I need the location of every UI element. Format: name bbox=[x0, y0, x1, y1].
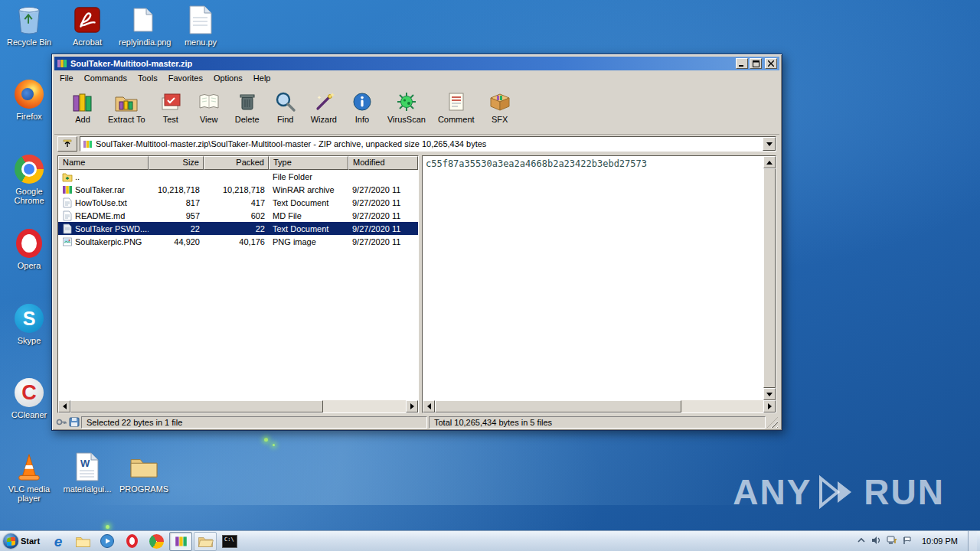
disk-icon[interactable] bbox=[69, 417, 80, 429]
taskbar-icon-media-player[interactable] bbox=[96, 532, 119, 551]
file-row-parent[interactable]: .. File Folder bbox=[58, 170, 418, 183]
menu-item-file[interactable]: File bbox=[54, 71, 79, 85]
desktop-icon-ccleaner[interactable]: C CCleaner bbox=[5, 377, 54, 419]
volume-icon[interactable] bbox=[871, 536, 881, 546]
wizard-icon bbox=[311, 89, 337, 115]
desktop-icon-materialgui[interactable]: W materialgui... bbox=[63, 451, 112, 494]
scroll-thumb[interactable] bbox=[763, 168, 776, 388]
toolbar-comment-button[interactable]: Comment bbox=[432, 87, 481, 124]
svg-text:W: W bbox=[80, 458, 90, 469]
toolbar-virusscan-button[interactable]: VirusScan bbox=[381, 87, 432, 124]
maximize-button[interactable] bbox=[750, 58, 762, 69]
image-file-icon bbox=[119, 4, 168, 36]
scroll-track[interactable] bbox=[70, 400, 406, 412]
menu-bar: File Commands Tools Favorites Options He… bbox=[54, 70, 779, 86]
taskbar-icon-folder-window[interactable] bbox=[194, 532, 217, 551]
toolbar-info-button[interactable]: Info bbox=[343, 87, 381, 124]
show-desktop-button[interactable] bbox=[968, 531, 977, 551]
toolbar: Add Extract To Test View Delete Find bbox=[54, 86, 779, 135]
toolbar-test-button[interactable]: Test bbox=[152, 87, 190, 124]
file-row-soultaker-pswd-selected[interactable]: SoulTaker PSWD.... 22 22 Text Document 9… bbox=[58, 222, 418, 235]
file-row-howtouse-txt[interactable]: HowToUse.txt 817 417 Text Document 9/27/… bbox=[58, 196, 418, 209]
comment-panel: c55f87a35530a3ea2a4668b2a23422b3ebd27573 bbox=[422, 155, 776, 413]
menu-item-favorites[interactable]: Favorites bbox=[163, 71, 208, 85]
start-orb-icon bbox=[3, 533, 18, 549]
file-row-soultakerpic-png[interactable]: Soultakerpic.PNG 44,920 40,176 PNG image… bbox=[58, 235, 418, 248]
column-header-modified[interactable]: Modified bbox=[348, 156, 418, 170]
scroll-thumb[interactable] bbox=[435, 400, 681, 412]
vlc-icon bbox=[5, 451, 54, 483]
up-one-level-button[interactable] bbox=[57, 136, 77, 152]
scroll-right-button[interactable] bbox=[406, 400, 418, 412]
comment-vscrollbar[interactable] bbox=[763, 156, 776, 400]
file-row-soultaker-rar[interactable]: SoulTaker.rar 10,218,718 10,218,718 WinR… bbox=[58, 183, 418, 196]
sfx-icon bbox=[487, 89, 513, 115]
desktop-icon-menu-py[interactable]: menu.py bbox=[176, 4, 225, 47]
start-button[interactable]: Start bbox=[0, 531, 46, 551]
menu-item-help[interactable]: Help bbox=[248, 71, 276, 85]
desktop-icon-acrobat[interactable]: Acrobat bbox=[63, 4, 112, 47]
toolbar-wizard-button[interactable]: Wizard bbox=[305, 87, 343, 124]
taskbar-icon-explorer[interactable] bbox=[71, 532, 94, 551]
firefox-icon bbox=[5, 78, 54, 110]
file-list-hscrollbar[interactable] bbox=[58, 400, 418, 412]
desktop-icon-opera[interactable]: Opera bbox=[5, 227, 54, 270]
network-icon[interactable] bbox=[887, 536, 897, 546]
scroll-thumb[interactable] bbox=[70, 400, 323, 412]
column-header-packed[interactable]: Packed bbox=[204, 156, 269, 170]
status-selected: Selected 22 bytes in 1 file bbox=[81, 416, 427, 429]
address-text: SoulTaker-Multitool-master.zip\SoulTaker… bbox=[96, 139, 763, 148]
column-header-name[interactable]: Name bbox=[58, 156, 149, 170]
chrome-icon bbox=[149, 534, 164, 549]
scroll-up-button[interactable] bbox=[763, 156, 776, 168]
scroll-left-button[interactable] bbox=[423, 400, 435, 412]
delete-icon bbox=[234, 89, 260, 115]
desktop-icon-firefox[interactable]: Firefox bbox=[5, 78, 54, 121]
desktop-icon-google-chrome[interactable]: Google Chrome bbox=[5, 153, 54, 205]
scroll-track[interactable] bbox=[435, 400, 763, 412]
minimize-button[interactable] bbox=[736, 58, 748, 69]
menu-item-tools[interactable]: Tools bbox=[132, 71, 163, 85]
scroll-right-button[interactable] bbox=[763, 400, 776, 412]
toolbar-sfx-button[interactable]: SFX bbox=[481, 87, 519, 124]
taskbar-icon-opera[interactable] bbox=[120, 532, 143, 551]
taskbar-icon-cmd[interactable]: C:\ bbox=[218, 532, 241, 551]
desktop-icon-replyindia-png[interactable]: replyindia.png bbox=[119, 4, 168, 47]
toolbar-add-button[interactable]: Add bbox=[64, 87, 102, 124]
taskbar-icon-internet-explorer[interactable]: e bbox=[47, 532, 70, 551]
address-combobox[interactable]: SoulTaker-Multitool-master.zip\SoulTaker… bbox=[80, 136, 776, 152]
key-icon[interactable] bbox=[56, 417, 67, 429]
column-header-type[interactable]: Type bbox=[269, 156, 348, 170]
menu-item-options[interactable]: Options bbox=[208, 71, 248, 85]
file-row-readme-md[interactable]: README.md 957 602 MD File 9/27/2020 11 bbox=[58, 209, 418, 222]
desktop-icon-recycle-bin[interactable]: Recycle Bin bbox=[5, 4, 54, 47]
taskbar-clock[interactable]: 10:09 PM bbox=[917, 536, 962, 546]
toolbar-delete-button[interactable]: Delete bbox=[228, 87, 266, 124]
scroll-left-button[interactable] bbox=[58, 400, 70, 412]
toolbar-extract-to-button[interactable]: Extract To bbox=[102, 87, 152, 124]
menu-item-commands[interactable]: Commands bbox=[79, 71, 132, 85]
taskbar-icon-chrome[interactable] bbox=[145, 532, 168, 551]
folder-up-icon bbox=[62, 171, 73, 182]
file-icon bbox=[176, 4, 225, 36]
desktop-icon-programs[interactable]: PROGRAMS bbox=[119, 451, 168, 494]
title-bar[interactable]: SoulTaker-Multitool-master.zip bbox=[54, 57, 779, 70]
media-player-icon bbox=[100, 533, 115, 549]
acrobat-icon bbox=[63, 4, 112, 36]
taskbar-icon-winrar-active[interactable] bbox=[169, 532, 192, 551]
comment-hscrollbar[interactable] bbox=[423, 400, 776, 412]
rar-file-icon bbox=[62, 184, 73, 195]
resize-grip[interactable] bbox=[767, 417, 778, 428]
toolbar-find-button[interactable]: Find bbox=[266, 87, 305, 124]
desktop-icon-skype[interactable]: S Skype bbox=[5, 302, 54, 345]
anyrun-play-logo bbox=[818, 475, 858, 509]
address-dropdown-button[interactable] bbox=[763, 137, 776, 151]
scroll-down-button[interactable] bbox=[763, 388, 776, 400]
column-header-size[interactable]: Size bbox=[149, 156, 204, 170]
desktop-icon-vlc[interactable]: VLC media player bbox=[5, 451, 54, 503]
tray-expand-icon[interactable] bbox=[857, 536, 866, 546]
chrome-icon bbox=[5, 153, 54, 185]
close-button[interactable] bbox=[765, 58, 777, 69]
toolbar-view-button[interactable]: View bbox=[190, 87, 228, 124]
action-center-icon[interactable] bbox=[903, 536, 912, 546]
